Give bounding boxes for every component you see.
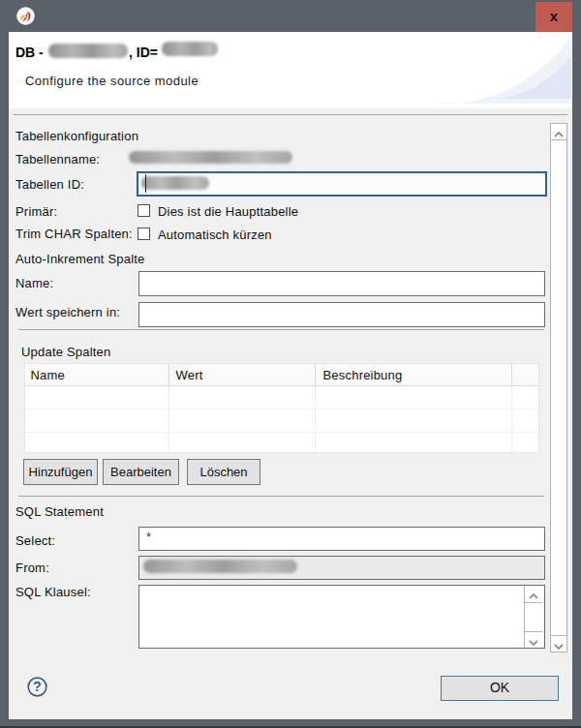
svg-text:?: ? bbox=[33, 679, 42, 694]
